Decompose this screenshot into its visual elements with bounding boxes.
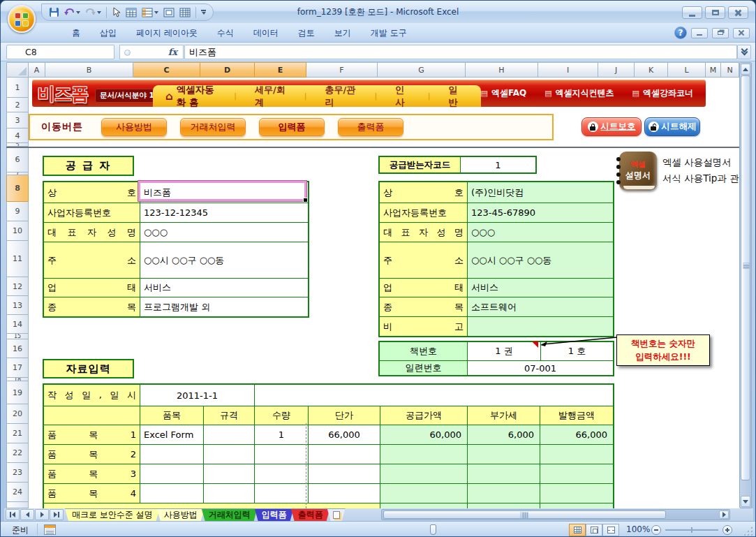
sheet-tab-client-entry[interactable]: 거래처입력	[202, 508, 258, 521]
entry-spec-cell[interactable]	[203, 444, 254, 464]
last-sheet-icon[interactable]	[50, 509, 64, 520]
horizontal-scrollbar[interactable]	[381, 509, 730, 520]
entry-item-cell[interactable]	[140, 444, 203, 464]
entry-vat-cell[interactable]	[467, 483, 540, 503]
receiver-label-biztype[interactable]: 업 태	[380, 278, 467, 297]
col-header-h[interactable]: H	[466, 62, 538, 78]
col-header-k[interactable]: K	[635, 62, 668, 78]
supplier-label-regno[interactable]: 사업자등록번호	[44, 203, 140, 222]
row-header-8[interactable]: 8	[6, 175, 29, 202]
scroll-up-icon[interactable]	[741, 64, 750, 75]
office-button[interactable]	[8, 5, 36, 33]
prev-sheet-icon[interactable]	[20, 509, 34, 520]
entry-header-supply[interactable]: 공급가액	[380, 406, 467, 425]
formula-input[interactable]: 비즈폼	[184, 45, 737, 59]
zoom-level[interactable]: 100%	[626, 524, 650, 534]
entry-supply-cell[interactable]	[380, 464, 467, 483]
row-header-22[interactable]: 22	[6, 443, 29, 463]
entry-date-extra[interactable]	[254, 385, 613, 406]
row-header-14[interactable]: 14	[6, 315, 29, 334]
col-header-i[interactable]: I	[538, 62, 598, 78]
col-header-e[interactable]: E	[255, 62, 306, 78]
supplier-value-ceo[interactable]: ○○○	[140, 222, 308, 242]
col-header-d[interactable]: D	[200, 62, 255, 78]
row-header-3[interactable]: 3	[6, 112, 29, 128]
entry-item-cell[interactable]	[140, 464, 203, 483]
receiver-value-regno[interactable]: 123-45-67890	[467, 203, 613, 222]
row-header-17[interactable]: 17	[6, 358, 29, 378]
resize-grip[interactable]	[743, 526, 753, 536]
row-header-20[interactable]: 20	[6, 404, 29, 424]
entry-item-cell[interactable]	[140, 483, 203, 503]
tab-formulas[interactable]: 수식	[207, 24, 244, 43]
nav-item-hr[interactable]: 인사	[377, 84, 428, 109]
entry-item-cell[interactable]: Excel Form	[140, 425, 203, 444]
receiver-label-ceo[interactable]: 대 표 자 성 명	[380, 222, 467, 242]
entry-spec-cell[interactable]	[203, 483, 254, 503]
entry-row-label[interactable]: 품 목 4	[44, 483, 140, 503]
row-header-12[interactable]: 12	[6, 277, 29, 296]
zoom-slider-thumb[interactable]	[430, 524, 436, 535]
vertical-scroll-thumb[interactable]	[741, 75, 750, 480]
receiver-label-note[interactable]: 비 고	[380, 316, 467, 336]
row-header-23[interactable]: 23	[6, 463, 29, 483]
client-entry-button[interactable]: 거래처입력	[180, 118, 246, 136]
entry-price-cell[interactable]	[308, 444, 380, 464]
link-excel-lecture[interactable]: ▤엑셀강좌코너	[632, 87, 693, 99]
next-sheet-icon[interactable]	[35, 509, 49, 520]
nav-item-general[interactable]: 일반	[430, 84, 481, 109]
serial-number-value[interactable]: 07-001	[467, 360, 613, 375]
first-sheet-icon[interactable]	[6, 509, 20, 520]
row-header-6[interactable]: 6	[6, 147, 29, 172]
tab-home[interactable]: 홈	[62, 24, 90, 43]
row-header-13[interactable]: 13	[6, 296, 29, 315]
link-excel-faq[interactable]: ▤엑셀FAQ	[480, 87, 526, 99]
insert-function-button[interactable]: fx	[119, 45, 184, 59]
col-header-c[interactable]: C	[133, 62, 200, 78]
supplier-label-bizitem[interactable]: 종 목	[44, 297, 140, 316]
receiver-code-value[interactable]: 1	[460, 157, 535, 172]
workbook-restore-button[interactable]	[712, 28, 729, 38]
entry-spec-cell[interactable]	[203, 425, 254, 444]
input-form-button[interactable]: 입력폼	[259, 118, 325, 136]
receiver-value-bizitem[interactable]: 소프트웨어	[467, 297, 613, 316]
entry-qty-cell[interactable]	[254, 483, 308, 503]
expand-formula-bar-icon[interactable]	[737, 45, 751, 59]
col-header-l[interactable]: L	[668, 62, 706, 78]
zoom-in-icon[interactable]	[722, 525, 732, 535]
close-button[interactable]	[728, 6, 748, 19]
supplier-title[interactable]: 공 급 자	[43, 156, 134, 176]
entry-amount-cell[interactable]: 66,000	[540, 425, 613, 444]
tab-review[interactable]: 검토	[288, 24, 325, 43]
supplier-label-name[interactable]: 상 호	[44, 182, 140, 203]
col-header-m[interactable]: M	[706, 62, 721, 78]
entry-qty-cell[interactable]	[254, 444, 308, 464]
entry-date-value[interactable]: 2011-1-1	[140, 385, 254, 406]
row-header-9[interactable]: 9	[6, 202, 29, 221]
receiver-value-ceo[interactable]: ○○○	[467, 222, 613, 242]
receiver-label-name[interactable]: 상 호	[380, 182, 467, 203]
supplier-value-name[interactable]: 비즈폼	[140, 182, 308, 203]
col-header-f[interactable]: F	[306, 62, 378, 78]
tab-data[interactable]: 데이터	[244, 24, 288, 43]
entry-qty-cell[interactable]: 1	[254, 425, 308, 444]
horizontal-scroll-thumb[interactable]	[383, 510, 666, 519]
supplier-label-biztype[interactable]: 업 태	[44, 278, 140, 297]
help-icon[interactable]: ?	[674, 27, 687, 39]
entry-price-cell[interactable]	[308, 464, 380, 483]
entry-header-qty[interactable]: 수량	[254, 406, 308, 425]
minimize-button[interactable]	[682, 6, 702, 19]
excel-manual-book-icon[interactable]: 엑셀 설명서	[619, 152, 657, 191]
entry-amount-cell[interactable]	[540, 483, 613, 503]
book-issue-value[interactable]: 1 호	[540, 342, 613, 360]
row-header-21[interactable]: 21	[6, 424, 29, 443]
entry-supply-cell[interactable]: 60,000	[380, 425, 467, 444]
tab-page-layout[interactable]: 페이지 레이아웃	[126, 24, 207, 43]
sheet-protect-button[interactable]: 시트보호	[581, 117, 642, 136]
zoom-out-icon[interactable]	[651, 525, 661, 535]
entry-amount-cell[interactable]	[540, 464, 613, 483]
nav-item-admin[interactable]: 총무/관리	[307, 84, 375, 109]
receiver-label-regno[interactable]: 사업자등록번호	[380, 203, 467, 222]
receiver-value-address[interactable]: ○○시 ○○구 ○○동	[467, 242, 613, 278]
zoom-slider-track[interactable]	[665, 529, 718, 531]
